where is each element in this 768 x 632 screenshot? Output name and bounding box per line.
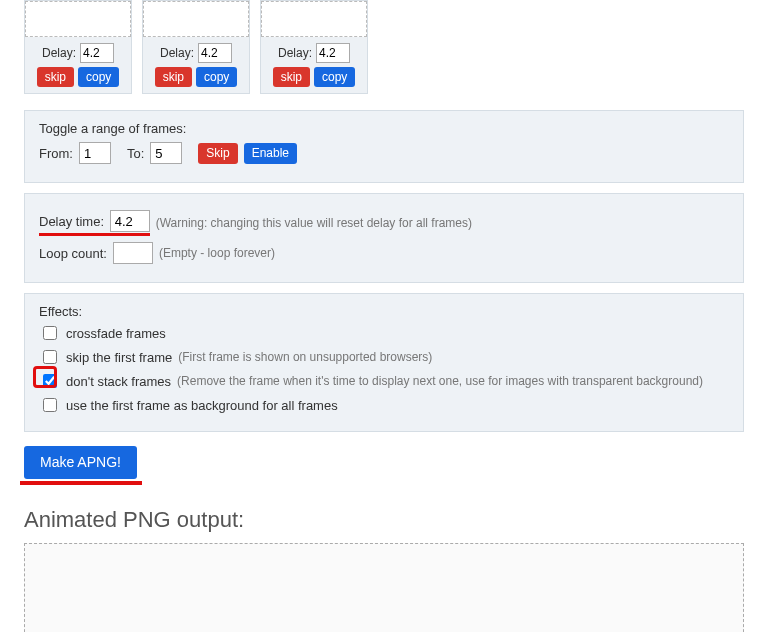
delay-time-hint: (Warning: changing this value will reset… [156,216,472,230]
frame-copy-button[interactable]: copy [78,67,119,87]
frame-delay-label: Delay: [42,46,76,60]
delay-time-input[interactable] [110,210,150,232]
dont-stack-hint: (Remove the frame when it's time to disp… [177,374,703,388]
frame-skip-button[interactable]: skip [37,67,74,87]
frame-thumbnail [261,1,367,37]
frames-row: Delay: skip copy Delay: skip copy Delay:… [0,0,768,100]
frame-delay-label: Delay: [278,46,312,60]
crossfade-checkbox[interactable] [43,326,57,340]
toggle-range-title: Toggle a range of frames: [39,121,729,136]
effects-panel: Effects: crossfade frames skip the first… [24,293,744,432]
delay-loop-panel: Delay time: (Warning: changing this valu… [24,193,744,283]
range-enable-button[interactable]: Enable [244,143,297,163]
frame-delay-label: Delay: [160,46,194,60]
output-box [24,543,744,632]
skip-first-hint: (First frame is shown on unsupported bro… [178,350,432,364]
frame-delay-input[interactable] [198,43,232,63]
frame-card: Delay: skip copy [142,0,250,94]
frame-skip-button[interactable]: skip [273,67,310,87]
crossfade-label: crossfade frames [66,326,166,341]
use-first-bg-label: use the first frame as background for al… [66,398,338,413]
frame-skip-button[interactable]: skip [155,67,192,87]
frame-thumbnail [25,1,131,37]
frame-card: Delay: skip copy [260,0,368,94]
highlight-annotation [20,481,142,485]
make-button-wrap: Make APNG! [24,446,744,485]
frame-copy-button[interactable]: copy [314,67,355,87]
to-label: To: [127,146,144,161]
effects-title: Effects: [39,304,729,319]
frame-card: Delay: skip copy [24,0,132,94]
frame-delay-input[interactable] [80,43,114,63]
from-input[interactable] [79,142,111,164]
frame-delay-input[interactable] [316,43,350,63]
range-skip-button[interactable]: Skip [198,143,237,163]
output-heading: Animated PNG output: [24,507,744,533]
skip-first-checkbox[interactable] [43,350,57,364]
delay-time-label: Delay time: [39,214,104,229]
skip-first-label: skip the first frame [66,350,172,365]
use-first-bg-checkbox[interactable] [43,398,57,412]
dont-stack-label: don't stack frames [66,374,171,389]
delay-time-label-group: Delay time: [39,210,150,236]
make-apng-button[interactable]: Make APNG! [24,446,137,479]
to-input[interactable] [150,142,182,164]
from-label: From: [39,146,73,161]
dont-stack-checkbox[interactable] [43,374,57,388]
loop-count-input[interactable] [113,242,153,264]
toggle-range-panel: Toggle a range of frames: From: To: Skip… [24,110,744,183]
frame-copy-button[interactable]: copy [196,67,237,87]
loop-count-label: Loop count: [39,246,107,261]
loop-count-hint: (Empty - loop forever) [159,246,275,260]
frame-thumbnail [143,1,249,37]
